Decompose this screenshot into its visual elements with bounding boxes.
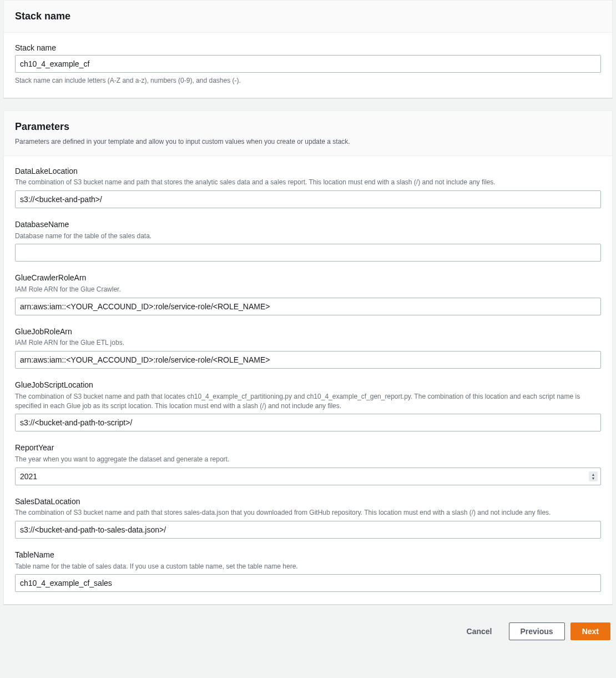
param-tablename-input[interactable]: [15, 574, 601, 592]
param-gluejobrolearn-label: GlueJobRoleArn: [15, 327, 601, 338]
param-tablename-label: TableName: [15, 550, 601, 561]
next-button[interactable]: Next: [570, 622, 610, 640]
parameters-panel: Parameters Parameters are defined in you…: [3, 111, 613, 605]
param-reportyear-select-wrap: ▲▼: [15, 468, 601, 485]
parameters-body: DataLakeLocation The combination of S3 b…: [4, 156, 612, 605]
param-tablename: TableName Table name for the table of sa…: [15, 550, 601, 592]
param-gluecrawlerrolearn-input[interactable]: [15, 298, 601, 315]
param-tablename-desc: Table name for the table of sales data. …: [15, 562, 601, 571]
stack-name-header: Stack name: [4, 1, 612, 33]
stack-name-panel: Stack name Stack name Stack name can inc…: [3, 0, 613, 98]
parameters-heading: Parameters: [15, 120, 601, 134]
cancel-button[interactable]: Cancel: [456, 622, 503, 640]
param-gluecrawlerrolearn: GlueCrawlerRoleArn IAM Role ARN for the …: [15, 273, 601, 315]
param-databasename: DatabaseName Database name for the table…: [15, 219, 601, 262]
param-gluejobscriptlocation-desc: The combination of S3 bucket name and pa…: [15, 392, 601, 411]
param-gluejobscriptlocation-input[interactable]: [15, 414, 601, 431]
parameters-header: Parameters Parameters are defined in you…: [4, 111, 612, 156]
stack-name-field: Stack name Stack name can include letter…: [15, 43, 601, 85]
previous-button[interactable]: Previous: [509, 622, 565, 640]
stack-name-help: Stack name can include letters (A-Z and …: [15, 76, 601, 86]
param-reportyear: ReportYear The year when you want to agg…: [15, 443, 601, 485]
param-gluecrawlerrolearn-label: GlueCrawlerRoleArn: [15, 273, 601, 284]
stack-name-body: Stack name Stack name can include letter…: [4, 33, 612, 97]
param-gluejobrolearn-desc: IAM Role ARN for the Glue ETL jobs.: [15, 338, 601, 348]
param-databasename-input[interactable]: [15, 244, 601, 262]
param-salesdatalocation: SalesDataLocation The combination of S3 …: [15, 496, 601, 539]
wizard-footer: Cancel Previous Next: [3, 617, 613, 642]
param-datalakelocation: DataLakeLocation The combination of S3 b…: [15, 166, 601, 208]
param-databasename-label: DatabaseName: [15, 219, 601, 230]
stack-name-label: Stack name: [15, 43, 601, 54]
stack-name-heading: Stack name: [15, 9, 601, 23]
param-gluejobrolearn: GlueJobRoleArn IAM Role ARN for the Glue…: [15, 327, 601, 369]
param-datalakelocation-desc: The combination of S3 bucket name and pa…: [15, 178, 601, 187]
param-reportyear-select[interactable]: [15, 468, 601, 485]
param-databasename-desc: Database name for the table of the sales…: [15, 232, 601, 241]
param-salesdatalocation-desc: The combination of S3 bucket name and pa…: [15, 508, 601, 518]
param-reportyear-label: ReportYear: [15, 443, 601, 454]
param-salesdatalocation-input[interactable]: [15, 521, 601, 539]
param-gluejobscriptlocation-label: GlueJobScriptLocation: [15, 380, 601, 391]
param-gluejobscriptlocation: GlueJobScriptLocation The combination of…: [15, 380, 601, 431]
parameters-desc: Parameters are defined in your template …: [15, 137, 601, 147]
param-datalakelocation-input[interactable]: [15, 190, 601, 208]
param-gluecrawlerrolearn-desc: IAM Role ARN for the Glue Crawler.: [15, 285, 601, 294]
param-salesdatalocation-label: SalesDataLocation: [15, 496, 601, 508]
stack-name-input[interactable]: [15, 55, 601, 73]
param-datalakelocation-label: DataLakeLocation: [15, 166, 601, 177]
param-reportyear-desc: The year when you want to aggregate the …: [15, 455, 601, 464]
param-gluejobrolearn-input[interactable]: [15, 351, 601, 369]
